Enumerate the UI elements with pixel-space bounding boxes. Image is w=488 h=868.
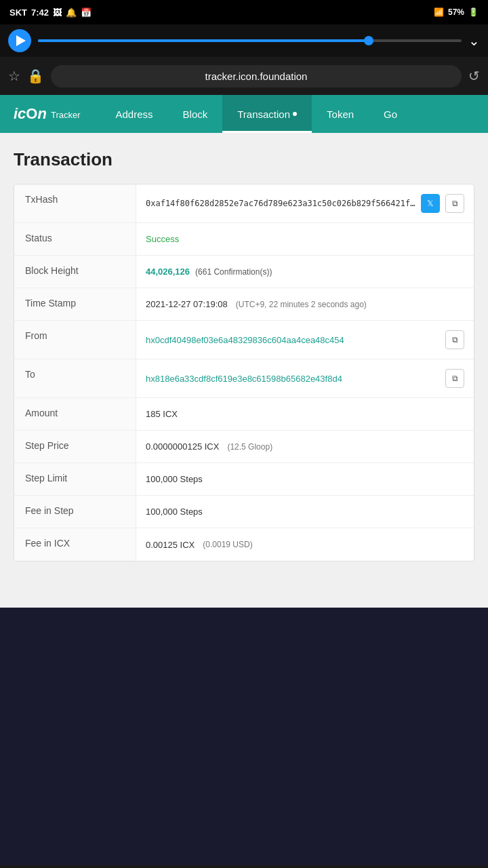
table-row: To hx818e6a33cdf8cf619e3e8c61598b65682e4… (14, 359, 474, 398)
photo-icon: 🖼 (53, 7, 62, 18)
transaction-table: TxHash 0xaf14f80f628d2852e7ac76d789e623a… (14, 184, 474, 561)
table-row: Fee in Step 100,000 Steps (14, 496, 474, 528)
table-row: Amount 185 ICX (14, 398, 474, 431)
copy-icon (452, 374, 458, 383)
label-fee-icx: Fee in ICX (14, 528, 136, 561)
value-status: Success (136, 223, 474, 255)
nav-bar: icOn Tracker Address Block Transaction T… (0, 95, 488, 133)
from-address-link[interactable]: hx0cdf40498ef03e6a48329836c604aa4cea48c4… (146, 335, 440, 345)
label-step-limit: Step Limit (14, 463, 136, 495)
status-right: 📶 57% 🔋 (434, 7, 479, 17)
label-step-price: Step Price (14, 431, 136, 462)
nav-items: Address Block Transaction Token Go (101, 95, 413, 133)
label-block-height: Block Height (14, 256, 136, 288)
table-row: Step Price 0.0000000125 ICX (12.5 Gloop) (14, 431, 474, 463)
status-bar: SKT 7:42 🖼 🔔 📅 📶 57% 🔋 (0, 0, 488, 24)
carrier: SKT (9, 7, 27, 18)
block-height-link[interactable]: 44,026,126 (146, 267, 190, 277)
value-txhash: 0xaf14f80f628d2852e7ac76d789e623a31c50c0… (136, 184, 474, 222)
value-amount: 185 ICX (136, 398, 474, 430)
label-amount: Amount (14, 398, 136, 430)
label-txhash: TxHash (14, 184, 136, 222)
usd-note: (0.0019 USD) (203, 540, 252, 549)
nav-item-block[interactable]: Block (168, 95, 223, 133)
signal-icon: 📶 (434, 7, 444, 17)
status-badge: Success (146, 234, 179, 244)
nav-item-go[interactable]: Go (369, 95, 412, 133)
copy-to-button[interactable] (445, 369, 464, 388)
value-timestamp: 2021-12-27 07:19:08 (UTC+9, 22 minutes 2… (136, 288, 474, 320)
value-block-height: 44,026,126 (661 Confirmation(s)) (136, 256, 474, 288)
play-button[interactable] (8, 29, 31, 52)
table-row: Step Limit 100,000 Steps (14, 463, 474, 496)
nav-item-token[interactable]: Token (312, 95, 369, 133)
star-icon[interactable]: ☆ (8, 68, 20, 84)
media-icon: 🔔 (66, 7, 77, 18)
lock-icon: 🔒 (27, 68, 44, 84)
page-title: Transaction (14, 149, 474, 170)
confirmations: (661 Confirmation(s)) (195, 267, 272, 277)
logo[interactable]: icOn Tracker (14, 105, 81, 123)
copy-from-button[interactable] (445, 330, 464, 349)
label-to: To (14, 359, 136, 397)
nav-item-transaction[interactable]: Transaction (222, 95, 312, 133)
twitter-button[interactable]: 𝕏 (421, 194, 440, 213)
table-row: Block Height 44,026,126 (661 Confirmatio… (14, 256, 474, 288)
refresh-icon[interactable]: ↺ (468, 68, 480, 84)
main-content: Transaction TxHash 0xaf14f80f628d2852e7a… (0, 133, 488, 608)
logo-text: Tracker (51, 110, 81, 120)
nav-item-address[interactable]: Address (101, 95, 168, 133)
gloop-note: (12.5 Gloop) (227, 442, 272, 452)
table-row: Status Success (14, 223, 474, 256)
table-row: Fee in ICX 0.00125 ICX (0.0019 USD) (14, 528, 474, 561)
logo-icon: icOn (14, 105, 47, 123)
label-from: From (14, 321, 136, 359)
play-icon (16, 35, 26, 46)
progress-thumb (364, 36, 373, 45)
time: 7:42 (31, 7, 49, 18)
table-row: TxHash 0xaf14f80f628d2852e7ac76d789e623a… (14, 184, 474, 223)
progress-bar[interactable] (38, 39, 462, 42)
value-from: hx0cdf40498ef03e6a48329836c604aa4cea48c4… (136, 321, 474, 359)
value-step-price: 0.0000000125 ICX (12.5 Gloop) (136, 431, 474, 462)
value-to: hx818e6a33cdf8cf619e3e8c61598b65682e43f8… (136, 359, 474, 397)
copy-icon (452, 199, 458, 208)
collapse-button[interactable]: ⌄ (468, 33, 480, 49)
copy-icon (452, 335, 458, 344)
label-timestamp: Time Stamp (14, 288, 136, 320)
copy-txhash-button[interactable] (445, 194, 464, 213)
status-left: SKT 7:42 🖼 🔔 📅 (9, 7, 92, 18)
battery: 57% (448, 7, 464, 17)
browser-bar: ☆ 🔒 tracker.icon.foundation ↺ (0, 57, 488, 95)
empty-space (0, 608, 488, 865)
table-row: From hx0cdf40498ef03e6a48329836c604aa4ce… (14, 321, 474, 359)
timestamp-extra: (UTC+9, 22 minutes 2 seconds ago) (236, 300, 367, 309)
calendar-icon: 📅 (81, 7, 92, 18)
value-fee-icx: 0.00125 ICX (0.0019 USD) (136, 528, 474, 561)
value-step-limit: 100,000 Steps (136, 463, 474, 495)
battery-icon: 🔋 (468, 7, 479, 17)
media-bar: ⌄ (0, 24, 488, 57)
url-bar[interactable]: tracker.icon.foundation (51, 65, 462, 87)
to-address-link[interactable]: hx818e6a33cdf8cf619e3e8c61598b65682e43f8… (146, 374, 440, 384)
label-fee-step: Fee in Step (14, 496, 136, 528)
bottom-nav: ‹ › ⌂ ☆ 24 ≡ N (0, 865, 488, 868)
table-row: Time Stamp 2021-12-27 07:19:08 (UTC+9, 2… (14, 288, 474, 321)
label-status: Status (14, 223, 136, 255)
active-dot (293, 112, 297, 116)
value-fee-step: 100,000 Steps (136, 496, 474, 528)
amount-value: 185 ICX (146, 409, 178, 419)
progress-fill (38, 39, 369, 42)
